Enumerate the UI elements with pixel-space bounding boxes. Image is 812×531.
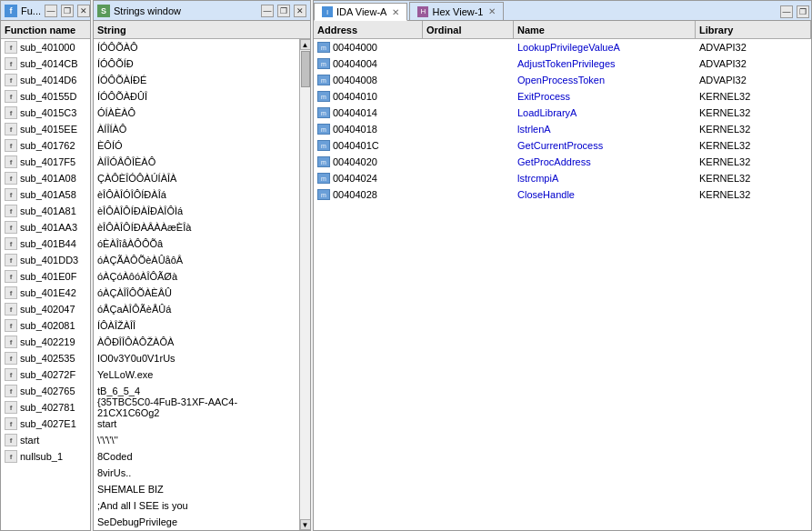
string-row[interactable]: óÅÇaÀÎÔÃèÅÛá [94, 301, 299, 317]
function-icon: f [5, 237, 17, 250]
table-row[interactable]: m 00404008 OpenProcessToken ADVAPI32 [314, 72, 811, 88]
string-row[interactable]: óÈÀÎîåÀÔÔÕâ [94, 235, 299, 252]
function-row[interactable]: f sub_4015C3 [1, 105, 90, 121]
string-row[interactable]: \'\'\'\'' [94, 432, 299, 448]
string-row[interactable]: óÀÇÃÀÔÕèÀÛåôÂ [94, 252, 299, 268]
strings-close-btn[interactable]: ✕ [294, 5, 306, 17]
table-row[interactable]: m 00404020 GetProcAddress KERNEL32 [314, 154, 811, 170]
function-icon: f [5, 368, 17, 381]
string-row[interactable]: ÍÓÔÕÀÔ [94, 39, 299, 55]
function-icon: f [5, 319, 17, 332]
string-row[interactable]: óÀÇóÀôóÀÎÔÃØà [94, 268, 299, 285]
function-row[interactable]: f sub_401DD3 [1, 252, 90, 268]
function-row[interactable]: f sub_402081 [1, 317, 90, 334]
string-row[interactable]: IO0v3Y0u0V1rUs [94, 350, 299, 366]
function-row[interactable]: f sub_401AA3 [1, 219, 90, 235]
function-row[interactable]: f start [1, 432, 90, 448]
string-row[interactable]: óÀÇÀÎÎÔÕÀÈÂÛ [94, 285, 299, 301]
address-icon: m [317, 140, 330, 151]
string-row[interactable]: ÍÔÀÎŽÀÎÎ [94, 317, 299, 334]
cell-name: LookupPrivilegeValueA [514, 41, 696, 54]
strings-scroll-up[interactable]: ▲ [300, 39, 311, 50]
string-row[interactable]: ÍÓÔÕÀÍÐÉ [94, 72, 299, 88]
function-row[interactable]: f sub_402219 [1, 334, 90, 350]
table-row[interactable]: m 00404024 lstrcmpiA KERNEL32 [314, 170, 811, 186]
function-row[interactable]: f sub_401A58 [1, 186, 90, 203]
tab-hex-view[interactable]: H Hex View-1 ✕ [409, 2, 504, 20]
cell-name: GetProcAddress [514, 155, 696, 168]
string-row[interactable]: YeLLoW.exe [94, 366, 299, 383]
function-row[interactable]: f sub_4017F5 [1, 154, 90, 170]
string-row[interactable]: ÈÔÍÓ [94, 137, 299, 154]
function-row[interactable]: f sub_4014CB [1, 55, 90, 72]
cell-library: KERNEL32 [696, 123, 811, 135]
function-row[interactable]: f sub_402535 [1, 350, 90, 366]
strings-list[interactable]: ÍÓÔÕÀÔÍÓÔÕÍÐÍÓÔÕÀÍÐÉÍÓÔÕÀÐÛÎÓÍÀÈÀÔÀÍÎÍÀÔ… [94, 39, 299, 530]
functions-close-btn[interactable]: ✕ [77, 5, 90, 17]
function-row[interactable]: f sub_402047 [1, 301, 90, 317]
function-row[interactable]: f sub_40272F [1, 366, 90, 383]
col-header-library: Library [696, 21, 811, 38]
string-row[interactable]: SHEMALE BIZ [94, 481, 299, 497]
string-row[interactable]: ;And all I SEE is you [94, 497, 299, 514]
table-row[interactable]: m 00404014 LoadLibraryA KERNEL32 [314, 105, 811, 121]
functions-list[interactable]: f sub_401000 f sub_4014CB f sub_4014D6 f… [1, 39, 90, 530]
string-value: óÀÇÀÎÎÔÕÀÈÂÛ [97, 287, 172, 298]
strings-minimize-btn[interactable]: — [261, 5, 274, 17]
cell-library: KERNEL32 [696, 139, 811, 152]
function-row[interactable]: f sub_401762 [1, 137, 90, 154]
strings-scrollbar[interactable]: ▲ ▼ [299, 39, 310, 530]
function-row[interactable]: f sub_402765 [1, 383, 90, 399]
string-row[interactable]: SeDebugPrivilege [94, 514, 299, 530]
string-row[interactable]: ÍÓÔÕÀÐÛÎ [94, 88, 299, 105]
tab-ida-view[interactable]: I IDA View-A ✕ [314, 3, 407, 21]
ida-tab-close[interactable]: ✕ [392, 7, 399, 17]
table-row[interactable]: m 00404010 ExitProcess KERNEL32 [314, 88, 811, 105]
string-row[interactable]: ÓÍÀÈÀÔ [94, 105, 299, 121]
string-row[interactable]: èÎÔÀÎÔÍÐÀÂÀÀæÈÎà [94, 219, 299, 235]
function-row[interactable]: f sub_4014D6 [1, 72, 90, 88]
strings-titlebar: S Strings window — ❐ ✕ [94, 1, 310, 21]
hex-tab-close[interactable]: ✕ [488, 6, 496, 16]
ida-panel-minimize[interactable]: — [780, 5, 793, 18]
string-row[interactable]: èÎÔÀÎÓÎÔÍÐÀÎá [94, 186, 299, 203]
string-row[interactable]: ÍÓÔÕÍÐ [94, 55, 299, 72]
cell-ordinal [423, 128, 514, 130]
string-row[interactable]: 8virUs.. [94, 465, 299, 481]
function-icon: f [5, 139, 17, 152]
function-row[interactable]: f sub_401000 [1, 39, 90, 55]
function-row[interactable]: f sub_401E0F [1, 268, 90, 285]
function-row[interactable]: f sub_402781 [1, 399, 90, 416]
function-row[interactable]: f sub_4027E1 [1, 416, 90, 432]
function-row[interactable]: f sub_401A81 [1, 203, 90, 219]
function-name: sub_401A81 [20, 205, 76, 216]
strings-restore-btn[interactable]: ❐ [277, 5, 290, 17]
table-row[interactable]: m 00404000 LookupPrivilegeValueA ADVAPI3… [314, 39, 811, 55]
table-row[interactable]: m 0040401C GetCurrentProcess KERNEL32 [314, 137, 811, 154]
cell-address: m 00404000 [314, 41, 423, 54]
function-row[interactable]: f sub_401A08 [1, 170, 90, 186]
function-row[interactable]: f sub_40155D [1, 88, 90, 105]
ida-panel-restore[interactable]: ❐ [797, 5, 809, 18]
strings-scroll-down[interactable]: ▼ [300, 519, 311, 530]
functions-restore-btn[interactable]: ❐ [61, 5, 74, 17]
string-row[interactable]: {35TBC5C0-4FuB-31XF-AAC4-21CX1C6Og2 [94, 399, 299, 416]
string-row[interactable]: 8Coded [94, 448, 299, 465]
function-row[interactable]: f sub_401B44 [1, 235, 90, 252]
function-row[interactable]: f sub_4015EE [1, 121, 90, 137]
function-icon: f [5, 336, 17, 348]
function-row[interactable]: f nullsub_1 [1, 448, 90, 465]
table-row[interactable]: m 00404004 AdjustTokenPrivileges ADVAPI3… [314, 55, 811, 72]
table-row[interactable]: m 00404028 CloseHandle KERNEL32 [314, 186, 811, 203]
strings-scroll-thumb[interactable] [301, 51, 310, 87]
functions-minimize-btn[interactable]: — [45, 5, 57, 17]
string-row[interactable]: ÇÀÔÈÎÓÔÀÚÍÀÎÀ [94, 170, 299, 186]
cell-ordinal [423, 79, 514, 81]
string-row[interactable]: ÀÔÐÎÎÔÀÔŽÀÔÀ [94, 334, 299, 350]
function-row[interactable]: f sub_401E42 [1, 285, 90, 301]
string-row[interactable]: ÀÍÎÍÀÔ [94, 121, 299, 137]
string-row[interactable]: èÎÔÀÎÔÍÐÀÎÐÀÎÔÌá [94, 203, 299, 219]
table-row[interactable]: m 00404018 lstrlenA KERNEL32 [314, 121, 811, 137]
ida-rows[interactable]: m 00404000 LookupPrivilegeValueA ADVAPI3… [314, 39, 811, 530]
string-row[interactable]: ÀÍÎÓÂÔÎÈÀÔ [94, 154, 299, 170]
